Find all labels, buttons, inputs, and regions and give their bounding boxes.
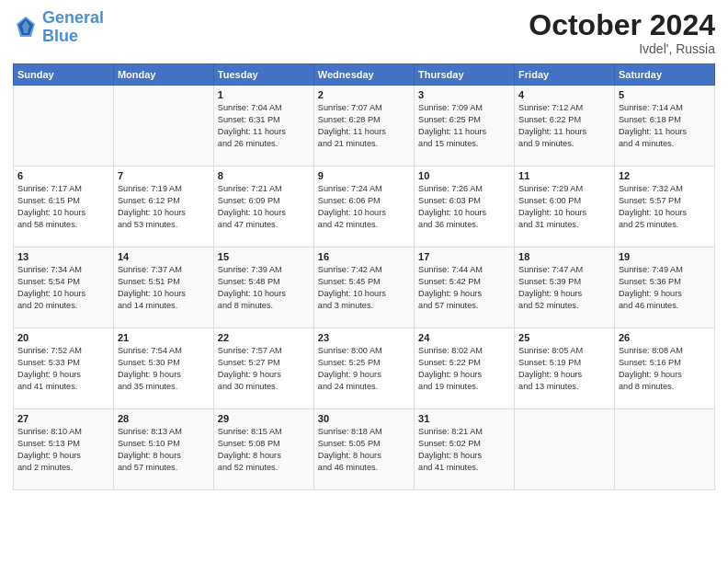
day-number: 17 xyxy=(418,251,510,262)
day-info: Sunrise: 8:10 AM Sunset: 5:13 PM Dayligh… xyxy=(17,426,109,474)
day-number: 2 xyxy=(318,89,410,100)
day-number: 8 xyxy=(218,170,310,181)
title-block: October 2024 Ivdel', Russia xyxy=(529,9,715,56)
day-header-sunday: Sunday xyxy=(14,64,114,86)
calendar-cell: 29Sunrise: 8:15 AM Sunset: 5:08 PM Dayli… xyxy=(213,409,313,490)
logo-text: General Blue xyxy=(42,9,104,46)
calendar-cell: 27Sunrise: 8:10 AM Sunset: 5:13 PM Dayli… xyxy=(14,409,114,490)
calendar-cell: 24Sunrise: 8:02 AM Sunset: 5:22 PM Dayli… xyxy=(415,328,515,409)
day-info: Sunrise: 7:07 AM Sunset: 6:28 PM Dayligh… xyxy=(318,102,410,150)
calendar-cell: 9Sunrise: 7:24 AM Sunset: 6:06 PM Daylig… xyxy=(313,167,414,247)
day-info: Sunrise: 7:37 AM Sunset: 5:51 PM Dayligh… xyxy=(118,264,210,312)
day-number: 13 xyxy=(17,251,109,262)
day-number: 28 xyxy=(118,413,210,424)
calendar-cell: 23Sunrise: 8:00 AM Sunset: 5:25 PM Dayli… xyxy=(313,328,414,409)
day-info: Sunrise: 7:17 AM Sunset: 6:15 PM Dayligh… xyxy=(17,183,109,231)
day-number: 6 xyxy=(17,170,109,181)
day-number: 11 xyxy=(518,170,610,181)
calendar-cell: 16Sunrise: 7:42 AM Sunset: 5:45 PM Dayli… xyxy=(313,247,414,328)
calendar-cell xyxy=(515,409,615,490)
day-info: Sunrise: 7:42 AM Sunset: 5:45 PM Dayligh… xyxy=(318,264,410,312)
day-header-tuesday: Tuesday xyxy=(213,64,313,86)
day-number: 5 xyxy=(619,89,711,100)
day-number: 23 xyxy=(318,332,410,343)
day-info: Sunrise: 7:44 AM Sunset: 5:42 PM Dayligh… xyxy=(418,264,510,312)
calendar-cell: 3Sunrise: 7:09 AM Sunset: 6:25 PM Daylig… xyxy=(415,86,515,167)
day-number: 18 xyxy=(518,251,610,262)
main-title: October 2024 xyxy=(529,9,715,41)
week-row-4: 27Sunrise: 8:10 AM Sunset: 5:13 PM Dayli… xyxy=(14,409,715,490)
calendar-cell: 20Sunrise: 7:52 AM Sunset: 5:33 PM Dayli… xyxy=(14,328,114,409)
calendar-cell: 21Sunrise: 7:54 AM Sunset: 5:30 PM Dayli… xyxy=(113,328,213,409)
logo-icon xyxy=(13,15,39,40)
day-info: Sunrise: 7:49 AM Sunset: 5:36 PM Dayligh… xyxy=(619,264,711,312)
calendar-cell: 25Sunrise: 8:05 AM Sunset: 5:19 PM Dayli… xyxy=(515,328,615,409)
day-info: Sunrise: 7:32 AM Sunset: 5:57 PM Dayligh… xyxy=(619,183,711,231)
day-info: Sunrise: 7:12 AM Sunset: 6:22 PM Dayligh… xyxy=(518,102,610,150)
day-number: 12 xyxy=(619,170,711,181)
day-info: Sunrise: 8:18 AM Sunset: 5:05 PM Dayligh… xyxy=(318,426,410,474)
day-info: Sunrise: 7:39 AM Sunset: 5:48 PM Dayligh… xyxy=(218,264,310,312)
day-info: Sunrise: 7:57 AM Sunset: 5:27 PM Dayligh… xyxy=(218,345,310,393)
day-header-saturday: Saturday xyxy=(614,64,714,86)
calendar-cell xyxy=(14,86,114,167)
day-number: 4 xyxy=(518,89,610,100)
day-number: 20 xyxy=(17,332,109,343)
week-row-0: 1Sunrise: 7:04 AM Sunset: 6:31 PM Daylig… xyxy=(14,86,715,167)
day-info: Sunrise: 8:05 AM Sunset: 5:19 PM Dayligh… xyxy=(518,345,610,393)
day-number: 14 xyxy=(118,251,210,262)
subtitle: Ivdel', Russia xyxy=(529,41,715,56)
logo-general: General xyxy=(42,8,104,27)
day-info: Sunrise: 8:13 AM Sunset: 5:10 PM Dayligh… xyxy=(118,426,210,474)
day-number: 30 xyxy=(318,413,410,424)
calendar-cell xyxy=(113,86,213,167)
calendar-cell: 26Sunrise: 8:08 AM Sunset: 5:16 PM Dayli… xyxy=(614,328,714,409)
week-row-1: 6Sunrise: 7:17 AM Sunset: 6:15 PM Daylig… xyxy=(14,167,715,247)
header: General Blue October 2024 Ivdel', Russia xyxy=(13,9,715,56)
calendar-header-row: SundayMondayTuesdayWednesdayThursdayFrid… xyxy=(14,64,715,86)
calendar-cell: 6Sunrise: 7:17 AM Sunset: 6:15 PM Daylig… xyxy=(14,167,114,247)
calendar-cell: 10Sunrise: 7:26 AM Sunset: 6:03 PM Dayli… xyxy=(415,167,515,247)
day-number: 25 xyxy=(518,332,610,343)
calendar-cell: 1Sunrise: 7:04 AM Sunset: 6:31 PM Daylig… xyxy=(213,86,313,167)
day-info: Sunrise: 7:09 AM Sunset: 6:25 PM Dayligh… xyxy=(418,102,510,150)
calendar-cell: 8Sunrise: 7:21 AM Sunset: 6:09 PM Daylig… xyxy=(213,167,313,247)
day-header-wednesday: Wednesday xyxy=(313,64,414,86)
day-number: 9 xyxy=(318,170,410,181)
calendar-cell: 7Sunrise: 7:19 AM Sunset: 6:12 PM Daylig… xyxy=(113,167,213,247)
calendar-cell: 4Sunrise: 7:12 AM Sunset: 6:22 PM Daylig… xyxy=(515,86,615,167)
day-number: 26 xyxy=(619,332,711,343)
day-number: 10 xyxy=(418,170,510,181)
day-number: 16 xyxy=(318,251,410,262)
calendar-cell: 11Sunrise: 7:29 AM Sunset: 6:00 PM Dayli… xyxy=(515,167,615,247)
day-info: Sunrise: 7:14 AM Sunset: 6:18 PM Dayligh… xyxy=(619,102,711,150)
day-number: 1 xyxy=(218,89,310,100)
calendar-cell: 2Sunrise: 7:07 AM Sunset: 6:28 PM Daylig… xyxy=(313,86,414,167)
calendar-cell: 22Sunrise: 7:57 AM Sunset: 5:27 PM Dayli… xyxy=(213,328,313,409)
calendar-cell: 5Sunrise: 7:14 AM Sunset: 6:18 PM Daylig… xyxy=(614,86,714,167)
calendar-cell: 12Sunrise: 7:32 AM Sunset: 5:57 PM Dayli… xyxy=(614,167,714,247)
calendar: SundayMondayTuesdayWednesdayThursdayFrid… xyxy=(13,63,715,490)
day-info: Sunrise: 7:19 AM Sunset: 6:12 PM Dayligh… xyxy=(118,183,210,231)
day-number: 7 xyxy=(118,170,210,181)
calendar-cell: 13Sunrise: 7:34 AM Sunset: 5:54 PM Dayli… xyxy=(14,247,114,328)
calendar-cell: 28Sunrise: 8:13 AM Sunset: 5:10 PM Dayli… xyxy=(113,409,213,490)
day-info: Sunrise: 8:08 AM Sunset: 5:16 PM Dayligh… xyxy=(619,345,711,393)
logo-blue: Blue xyxy=(42,27,78,45)
week-row-3: 20Sunrise: 7:52 AM Sunset: 5:33 PM Dayli… xyxy=(14,328,715,409)
day-info: Sunrise: 7:29 AM Sunset: 6:00 PM Dayligh… xyxy=(518,183,610,231)
day-number: 27 xyxy=(17,413,109,424)
day-header-monday: Monday xyxy=(113,64,213,86)
day-info: Sunrise: 8:00 AM Sunset: 5:25 PM Dayligh… xyxy=(318,345,410,393)
day-number: 29 xyxy=(218,413,310,424)
calendar-cell: 30Sunrise: 8:18 AM Sunset: 5:05 PM Dayli… xyxy=(313,409,414,490)
day-number: 3 xyxy=(418,89,510,100)
calendar-cell xyxy=(614,409,714,490)
day-info: Sunrise: 7:54 AM Sunset: 5:30 PM Dayligh… xyxy=(118,345,210,393)
day-info: Sunrise: 8:02 AM Sunset: 5:22 PM Dayligh… xyxy=(418,345,510,393)
week-row-2: 13Sunrise: 7:34 AM Sunset: 5:54 PM Dayli… xyxy=(14,247,715,328)
day-info: Sunrise: 7:04 AM Sunset: 6:31 PM Dayligh… xyxy=(218,102,310,150)
day-number: 15 xyxy=(218,251,310,262)
day-info: Sunrise: 7:21 AM Sunset: 6:09 PM Dayligh… xyxy=(218,183,310,231)
day-info: Sunrise: 7:24 AM Sunset: 6:06 PM Dayligh… xyxy=(318,183,410,231)
